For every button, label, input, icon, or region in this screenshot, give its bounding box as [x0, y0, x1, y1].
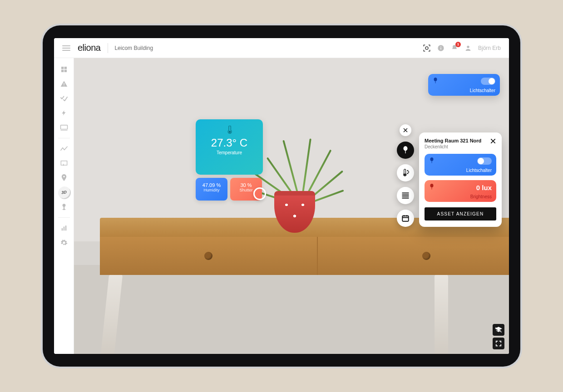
lamp-icon [433, 78, 438, 84]
sidebar-item-alerts[interactable] [57, 77, 71, 91]
sidebar-separator [58, 138, 70, 138]
panel-brightness-tile[interactable]: 0 lux Brightness [425, 180, 496, 202]
action-column [396, 124, 415, 227]
app-screen: eliona Leicom Building 1 Björn Erb [54, 38, 509, 354]
svg-rect-6 [64, 67, 66, 69]
svg-rect-19 [65, 225, 66, 230]
panel-close-button[interactable] [490, 138, 496, 149]
table-illustration [100, 218, 509, 354]
sidebar-item-trends[interactable] [57, 142, 71, 156]
svg-point-32 [430, 184, 434, 187]
sidebar: 3D [54, 58, 74, 354]
svg-point-30 [430, 157, 434, 161]
brightness-label: Brightness [470, 194, 492, 199]
svg-point-26 [407, 173, 408, 174]
calendar-action-button[interactable] [397, 210, 414, 227]
lamp-icon [429, 157, 435, 164]
username[interactable]: Björn Erb [478, 45, 501, 51]
temperature-label: Temperature [199, 150, 259, 155]
room-canvas[interactable]: 27.3° C Temperature 47.09 % Humidity 30 … [74, 58, 509, 354]
sidebar-item-locations[interactable] [57, 171, 71, 185]
temperature-card[interactable]: 27.3° C Temperature [196, 119, 263, 175]
svg-rect-31 [432, 161, 432, 163]
asset-panel: Meeting Raum 321 Nord Deckenlicht Lichts… [419, 132, 502, 227]
panel-light-toggle[interactable] [477, 157, 492, 165]
tablet-bezel: eliona Leicom Building 1 Björn Erb [43, 25, 520, 367]
svg-point-4 [467, 45, 469, 48]
svg-point-0 [425, 47, 428, 49]
svg-rect-29 [435, 81, 436, 83]
notification-badge: 1 [455, 42, 461, 47]
svg-rect-5 [61, 67, 64, 69]
sidebar-item-dashboard[interactable] [57, 63, 71, 76]
humidity-label: Humidity [198, 188, 226, 192]
menu-button[interactable] [62, 45, 70, 51]
svg-rect-27 [402, 216, 409, 221]
room-probe-marker[interactable] [253, 187, 266, 200]
lightswitch-top-label: Lichtschalter [470, 88, 495, 93]
temperature-value: 27.3° C [199, 137, 259, 149]
svg-rect-18 [63, 227, 64, 231]
svg-rect-33 [432, 187, 432, 190]
svg-rect-7 [61, 70, 64, 72]
svg-point-13 [63, 176, 64, 177]
sidebar-item-energy[interactable] [57, 106, 71, 120]
tablet-frame: eliona Leicom Building 1 Björn Erb [41, 24, 522, 368]
sidebar-item-analytics[interactable] [57, 221, 71, 235]
svg-rect-3 [440, 46, 441, 47]
humidity-card[interactable]: 47.09 % Humidity [196, 178, 227, 201]
close-actions-button[interactable] [400, 124, 411, 136]
user-icon[interactable] [464, 44, 472, 52]
sidebar-separator [58, 217, 70, 218]
svg-point-23 [404, 174, 405, 175]
show-asset-button[interactable]: ASSET ANZEIGEN [425, 207, 496, 220]
svg-point-16 [62, 209, 65, 210]
light-action-button[interactable] [397, 142, 414, 159]
svg-point-25 [408, 172, 409, 172]
sidebar-item-views[interactable] [57, 157, 71, 170]
info-icon[interactable] [437, 44, 444, 52]
sidebar-item-devices[interactable] [57, 121, 71, 134]
svg-rect-8 [64, 70, 66, 72]
svg-point-28 [434, 78, 437, 81]
corner-tools [493, 324, 504, 349]
panel-light-label: Lichtschalter [466, 168, 492, 173]
svg-rect-11 [60, 125, 67, 129]
fullscreen-button[interactable] [493, 338, 504, 349]
svg-rect-22 [405, 151, 405, 153]
divider [108, 43, 108, 53]
scan-icon[interactable] [423, 44, 431, 52]
svg-point-21 [404, 146, 408, 151]
sidebar-item-3d[interactable]: 3D [57, 186, 71, 199]
lightswitch-top-toggle[interactable] [481, 78, 495, 85]
panel-title: Meeting Raum 321 Nord [425, 138, 481, 143]
climate-action-button[interactable] [397, 164, 414, 181]
header: eliona Leicom Building 1 Björn Erb [54, 38, 509, 58]
panel-subtitle: Deckenlicht [425, 144, 481, 149]
building-name: Leicom Building [114, 45, 153, 51]
bell-icon[interactable]: 1 [451, 44, 458, 52]
svg-point-20 [229, 131, 230, 132]
panel-light-tile[interactable]: Lichtschalter [425, 154, 496, 176]
brand-logo: eliona [78, 43, 100, 53]
svg-rect-9 [64, 83, 64, 85]
lamp-icon [429, 184, 435, 190]
lightswitch-top-tile[interactable]: Lichtschalter [428, 74, 500, 96]
sidebar-item-tasks[interactable] [57, 92, 71, 105]
sidebar-item-settings[interactable] [57, 236, 71, 250]
svg-rect-10 [64, 85, 64, 86]
svg-rect-2 [440, 47, 441, 49]
shutter-value: 30 % [232, 182, 260, 188]
blinds-action-button[interactable] [397, 187, 414, 204]
sidebar-item-heatmap[interactable] [57, 200, 71, 214]
brightness-value: 0 lux [476, 184, 492, 191]
humidity-value: 47.09 % [198, 182, 226, 188]
svg-rect-17 [61, 228, 62, 230]
layers-toggle-button[interactable] [493, 324, 504, 336]
svg-rect-12 [61, 161, 67, 165]
svg-point-24 [407, 170, 408, 171]
